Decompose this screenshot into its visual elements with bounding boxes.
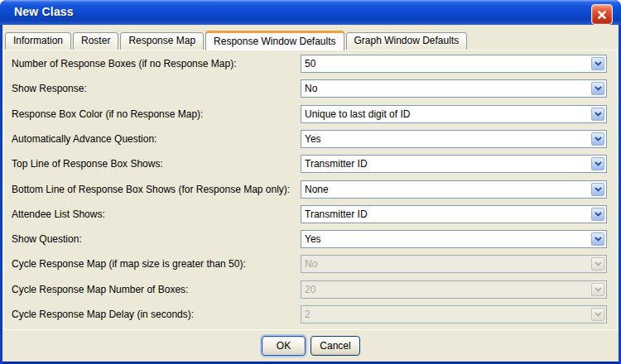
tab-graph-window-defaults[interactable]: Graph Window Defaults — [346, 32, 468, 50]
chevron-down-icon — [591, 308, 604, 321]
chevron-down-icon[interactable] — [591, 108, 604, 121]
tab-response-window-defaults[interactable]: Response Window Defaults — [205, 31, 344, 50]
field-label: Top Line of Response Box Shows: — [12, 155, 163, 173]
close-button[interactable] — [591, 4, 613, 25]
form-row: Bottom Line of Response Box Shows (for R… — [0, 180, 621, 199]
form-row: Cycle Response Map Delay (in seconds): 2 — [0, 305, 621, 323]
tab-bar: Information Roster Response Map Response… — [3, 26, 618, 50]
tab-label: Roster — [81, 35, 110, 46]
form-row: Automatically Advance Question: Yes — [0, 130, 621, 148]
chevron-down-icon[interactable] — [591, 157, 604, 170]
form-row: Attendee List Shows: Transmitter ID — [0, 205, 621, 223]
form-row: Cycle Response Map (if map size is great… — [0, 255, 621, 273]
field-label: Number of Response Boxes (if no Response… — [12, 55, 236, 73]
combo-value: 2 — [305, 307, 310, 322]
field-label: Automatically Advance Question: — [12, 130, 156, 148]
chevron-down-icon[interactable] — [591, 208, 604, 221]
field-label: Cycle Response Map (if map size is great… — [12, 255, 246, 273]
combo-attendee-list-shows[interactable]: Transmitter ID — [301, 205, 607, 223]
titlebar[interactable]: New Class — [0, 0, 621, 25]
tab-label: Response Window Defaults — [214, 36, 335, 47]
new-class-dialog: New Class Information Roster Response Ma… — [0, 0, 621, 364]
tab-label: Information — [13, 35, 63, 46]
combo-response-box-color[interactable]: Unique to last digit of ID — [301, 105, 607, 123]
combo-value: Transmitter ID — [305, 156, 368, 171]
field-label: Show Response: — [12, 79, 87, 98]
tab-response-map[interactable]: Response Map — [120, 32, 204, 50]
chevron-down-icon[interactable] — [591, 183, 604, 196]
window-title: New Class — [14, 5, 74, 18]
combo-cycle-map-delay: 2 — [301, 305, 607, 323]
tab-information[interactable]: Information — [5, 32, 71, 50]
form-row: Show Response: No — [0, 79, 621, 98]
form-row: Number of Response Boxes (if no Response… — [0, 55, 621, 73]
combo-value: 20 — [305, 282, 315, 297]
chevron-down-icon[interactable] — [591, 132, 604, 146]
combo-cycle-map-number-of-boxes: 20 — [301, 280, 607, 299]
combo-value: Yes — [305, 232, 321, 247]
chevron-down-icon[interactable] — [591, 232, 604, 246]
combo-value: None — [305, 182, 329, 197]
field-label: Cycle Response Map Number of Boxes: — [12, 280, 188, 299]
combo-cycle-response-map: No — [301, 255, 607, 273]
combo-value: 50 — [305, 56, 315, 71]
form-row: Response Box Color (if no Response Map):… — [0, 105, 621, 123]
ok-button[interactable]: OK — [262, 336, 306, 356]
combo-top-line-shows[interactable]: Transmitter ID — [301, 155, 607, 173]
combo-bottom-line-shows[interactable]: None — [301, 180, 607, 199]
form-row: Cycle Response Map Number of Boxes: 20 — [0, 280, 621, 299]
tab-label: Response Map — [128, 35, 195, 46]
close-icon — [597, 10, 607, 20]
chevron-down-icon[interactable] — [591, 57, 604, 70]
chevron-down-icon[interactable] — [591, 82, 604, 95]
cancel-button[interactable]: Cancel — [310, 336, 360, 356]
combo-value: No — [305, 256, 317, 271]
combo-show-question[interactable]: Yes — [301, 230, 607, 248]
form-row: Top Line of Response Box Shows: Transmit… — [0, 155, 621, 173]
chevron-down-icon — [591, 283, 604, 296]
field-label: Response Box Color (if no Response Map): — [12, 105, 203, 123]
field-label: Attendee List Shows: — [12, 205, 105, 223]
combo-automatically-advance-question[interactable]: Yes — [301, 130, 607, 148]
combo-value: Yes — [305, 132, 321, 146]
combo-show-response[interactable]: No — [301, 79, 607, 98]
field-label: Bottom Line of Response Box Shows (for R… — [12, 180, 290, 199]
combo-number-of-response-boxes[interactable]: 50 — [301, 55, 607, 73]
form-row: Show Question: Yes — [0, 230, 621, 248]
tab-roster[interactable]: Roster — [73, 32, 118, 50]
combo-value: Unique to last digit of ID — [305, 107, 410, 122]
field-label: Cycle Response Map Delay (in seconds): — [12, 305, 194, 323]
combo-value: Transmitter ID — [305, 207, 368, 222]
field-label: Show Question: — [12, 230, 82, 248]
chevron-down-icon — [591, 257, 604, 271]
combo-value: No — [305, 81, 317, 96]
tab-label: Graph Window Defaults — [354, 35, 460, 46]
